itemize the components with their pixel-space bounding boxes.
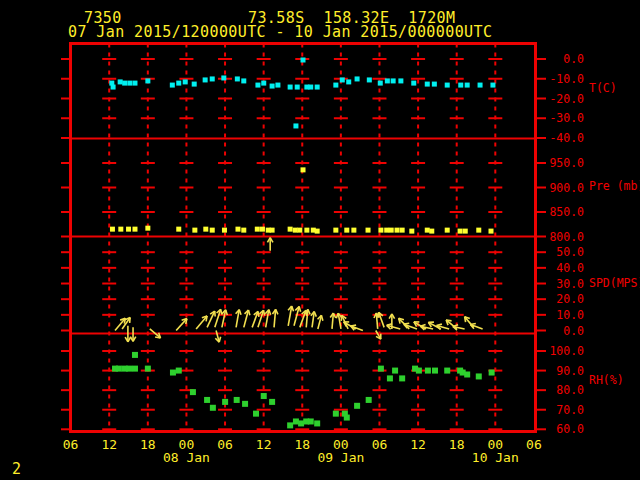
pressure-point (463, 229, 468, 234)
pressure-point (210, 228, 215, 233)
pressure-point (110, 227, 115, 232)
pressure-point (203, 227, 208, 232)
pressure-point (409, 229, 414, 234)
temp-unit-label: T(C) (589, 81, 617, 95)
pressure-point (293, 228, 298, 233)
wind-barb (244, 310, 250, 327)
wind-barb (207, 311, 215, 327)
temp-tick-label: -40.0 (549, 131, 584, 145)
date-label: 09 Jan (317, 450, 364, 465)
pressure-point (429, 229, 434, 234)
spd-tick-label: 0.0 (563, 324, 584, 338)
rh-tick-label: 60.0 (556, 422, 584, 436)
pressure-point (301, 167, 306, 172)
wind-barb (305, 309, 310, 327)
pressure-point (400, 228, 405, 233)
pres-tick-label: 850.0 (549, 205, 584, 219)
pressure-point (458, 229, 463, 234)
spd-tick-label: 10.0 (556, 308, 584, 322)
wind-barb (272, 309, 277, 327)
pressure-point (476, 228, 481, 233)
temp-tick-label: -10.0 (549, 72, 584, 86)
humidity-point (444, 368, 450, 374)
wind-barb (176, 319, 187, 331)
humidity-point (476, 373, 482, 379)
temperature-point (203, 77, 208, 82)
temperature-point (458, 83, 463, 88)
pressure-point (344, 228, 349, 233)
temperature-point (288, 85, 293, 90)
pressure-point (489, 229, 494, 234)
humidity-point (287, 422, 293, 428)
humidity-point (416, 368, 422, 374)
pressure-point (192, 228, 197, 233)
humidity-point (392, 368, 398, 374)
humidity-point (308, 418, 314, 424)
pressure-point (145, 226, 150, 231)
temperature-point (391, 78, 396, 83)
temperature-point (346, 79, 351, 84)
pressure-point (333, 228, 338, 233)
page-number: 2 (12, 460, 21, 478)
pressure-point (222, 228, 227, 233)
wind-barb (351, 325, 363, 330)
temperature-point (235, 76, 240, 81)
humidity-point (234, 397, 240, 403)
time-label: 06 (217, 437, 233, 452)
pressure-point (288, 227, 293, 232)
wind-barb (470, 324, 482, 329)
pressure-point (126, 227, 131, 232)
temperature-point (118, 79, 123, 84)
temperature-point (465, 83, 470, 88)
pressure-point (384, 228, 389, 233)
temperature-point (221, 75, 226, 80)
humidity-point (333, 411, 339, 417)
pressure-point (297, 228, 302, 233)
time-label: 18 (294, 437, 310, 452)
temperature-point (210, 76, 215, 81)
pressure-point (378, 228, 383, 233)
wind-barb (265, 310, 270, 328)
temp-tick-label: -30.0 (549, 111, 584, 125)
humidity-point (269, 399, 275, 405)
humidity-point (344, 415, 350, 421)
date-label: 08 Jan (163, 450, 210, 465)
time-label: 06 (526, 437, 542, 452)
wind-barb (215, 309, 222, 327)
pressure-point (260, 227, 265, 232)
rh-tick-label: 80.0 (556, 383, 584, 397)
pressure-point (445, 228, 450, 233)
wind-barb (115, 318, 125, 330)
pressure-point (132, 227, 137, 232)
time-label: 18 (449, 437, 465, 452)
temperature-point (261, 81, 266, 86)
humidity-point (176, 368, 182, 374)
time-axis-labels: 0612180006121800061218000608 Jan09 Jan10… (63, 437, 542, 465)
pressure-point (351, 228, 356, 233)
humidity-point (126, 366, 132, 372)
wind-barb (330, 313, 335, 329)
time-series-plot: 0.0-10.0-20.0-30.0-40.0T(C)950.0900.0850… (0, 0, 640, 480)
humidity-point (464, 371, 470, 377)
humidity-point (366, 397, 372, 403)
temperature-point (411, 81, 416, 86)
temperature-point (122, 81, 127, 86)
temperature-point (478, 83, 483, 88)
date-label: 10 Jan (472, 450, 519, 465)
spd-tick-label: 50.0 (556, 245, 584, 259)
pressure-point (389, 228, 394, 233)
temperature-point (132, 81, 137, 86)
temperature-point (270, 84, 275, 89)
pres-tick-label: 950.0 (549, 156, 584, 170)
humidity-point (293, 418, 299, 424)
temperature-point (385, 78, 390, 83)
temperature-point (295, 85, 300, 90)
temperature-point (445, 83, 450, 88)
pres-tick-label: 800.0 (549, 230, 584, 244)
pressure-point (270, 228, 275, 233)
humidity-point (204, 397, 210, 403)
wind-barb (387, 324, 401, 329)
temperature-point (241, 78, 246, 83)
humidity-point (132, 366, 138, 372)
wind-barb (215, 331, 220, 343)
